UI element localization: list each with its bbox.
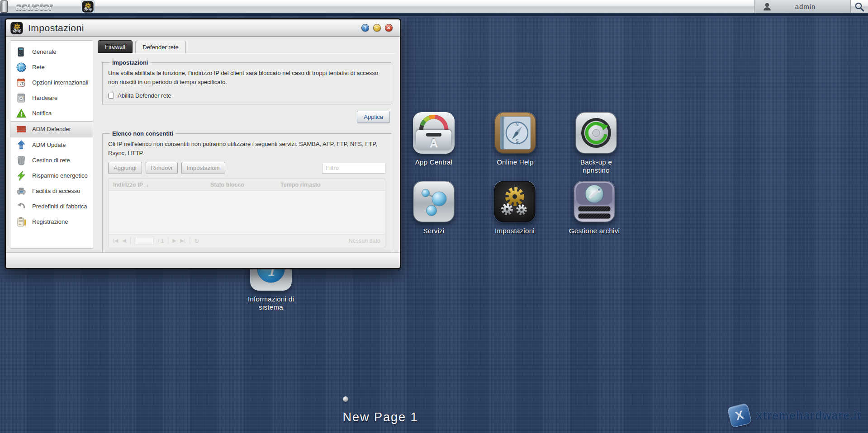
desktop-icon-label: Back-up e ripristino bbox=[571, 158, 621, 174]
add-button[interactable]: Aggiungi bbox=[108, 162, 142, 174]
sidebar-item-hardware[interactable]: Hardware bbox=[10, 90, 93, 106]
tray-slot bbox=[426, 133, 441, 136]
refresh-icon[interactable]: ↻ bbox=[194, 237, 199, 245]
desktop-background: asustor admin bbox=[0, 0, 868, 433]
sidebar-item-generale[interactable]: Generale bbox=[10, 44, 93, 60]
column-indirizzo-ip[interactable]: Indirizzo IP▲ bbox=[109, 182, 206, 188]
remove-button[interactable]: Rimuovi bbox=[146, 162, 178, 174]
filter-input[interactable] bbox=[322, 163, 385, 174]
warning-icon bbox=[16, 108, 27, 119]
sidebar-item-adm-update[interactable]: ADM Update bbox=[10, 137, 93, 153]
window-title: Impostazioni bbox=[28, 23, 84, 33]
app-central-letter: A bbox=[416, 136, 451, 150]
enable-defender-checkbox[interactable] bbox=[108, 93, 114, 99]
user-icon bbox=[762, 2, 772, 12]
list-settings-button[interactable]: Impostazioni bbox=[181, 162, 225, 174]
desktop-icon-gestione-archivi[interactable] bbox=[574, 181, 615, 222]
sidebar-item-facilita-di-accesso[interactable]: Facilità di accesso bbox=[10, 184, 93, 199]
desktop-icon-label: Servizi bbox=[402, 227, 465, 235]
desktop-icon-servizi[interactable] bbox=[413, 181, 455, 222]
desktop-icon-label: Gestione archivi bbox=[563, 227, 626, 235]
sidebar-item-label: Predefiniti di fabbrica bbox=[32, 203, 87, 210]
desktop-icon-label: Informazioni di sistema bbox=[239, 295, 303, 311]
sidebar-item-label: Generale bbox=[32, 48, 56, 56]
firewall-icon bbox=[16, 124, 27, 135]
sidebar-item-adm-defender[interactable]: ADM Defender bbox=[10, 121, 93, 137]
next-page-icon[interactable]: ▶ bbox=[172, 238, 176, 244]
blocklist-toolbar: Aggiungi Rimuovi Impostazioni bbox=[108, 162, 385, 174]
window-controls: ? − ✕ bbox=[361, 24, 393, 32]
undo-arrow-icon bbox=[16, 201, 27, 212]
sidebar-item-label: Opzioni internazionali bbox=[32, 79, 88, 86]
desktop-icon-app-central[interactable]: A bbox=[413, 112, 455, 154]
impostazioni-window: Impostazioni ? − ✕ Genera bbox=[5, 18, 401, 269]
sidebar-item-label: Notifica bbox=[32, 110, 52, 117]
username-label: admin bbox=[772, 3, 839, 10]
top-bar-accent-strip bbox=[0, 14, 868, 16]
taskbar-item-impostazioni[interactable] bbox=[81, 0, 95, 13]
sidebar-item-cestino-di-rete[interactable]: Cestino di rete bbox=[10, 153, 93, 168]
table-body-empty bbox=[109, 191, 385, 234]
table-pagination: |◀ ◀ / 1 ▶ ▶| ↻ Nessun dato bbox=[109, 234, 385, 247]
update-arrow-icon bbox=[16, 140, 27, 151]
sidebar-item-registrazione[interactable]: Registrazione bbox=[10, 214, 93, 230]
enable-defender-row: Abilita Defender rete bbox=[108, 92, 385, 99]
settings-content: Firewall Defender rete Impostazioni Una … bbox=[97, 40, 396, 249]
calendar-clock-icon bbox=[16, 77, 27, 88]
first-page-icon[interactable]: |◀ bbox=[113, 238, 118, 244]
window-titlebar[interactable]: Impostazioni ? − ✕ bbox=[6, 19, 400, 37]
sidebar-item-notifica[interactable]: Notifica bbox=[10, 106, 93, 121]
sidebar-item-label: Cestino di rete bbox=[32, 157, 70, 164]
column-label: Indirizzo IP bbox=[113, 182, 143, 188]
column-tempo-rimasto[interactable]: Tempo rimasto bbox=[276, 182, 385, 188]
desktop-icon-backup-ripristino[interactable] bbox=[575, 112, 617, 154]
tab-firewall[interactable]: Firewall bbox=[98, 40, 133, 53]
desktop-icon-impostazioni[interactable] bbox=[494, 181, 536, 222]
desktop-dot bbox=[343, 396, 348, 402]
desktop-icon-label: App Central bbox=[402, 158, 465, 166]
tab-defender-rete[interactable]: Defender rete bbox=[135, 41, 186, 53]
sidebar-item-label: ADM Update bbox=[32, 141, 66, 149]
last-page-icon[interactable]: ▶| bbox=[180, 238, 185, 244]
search-icon[interactable] bbox=[854, 1, 865, 12]
blocklist-description: Gli IP nell'elenco non consentiti non po… bbox=[108, 140, 385, 157]
clipboard-icon bbox=[16, 216, 27, 227]
server-icon bbox=[16, 47, 27, 57]
lightning-icon bbox=[16, 170, 27, 181]
sidebar-item-label: Facilità di accesso bbox=[32, 188, 80, 195]
sidebar-item-opzioni-internazionali[interactable]: Opzioni internazionali bbox=[10, 75, 93, 90]
help-book-icon: N S bbox=[494, 112, 536, 154]
sidebar-item-label: Risparmio energetico bbox=[32, 172, 88, 179]
backup-restore-icon bbox=[575, 112, 617, 154]
settings-description: Una volta abilitata la funzione, l'indir… bbox=[108, 69, 385, 86]
trash-icon bbox=[16, 155, 27, 166]
watermark-text: xtremehardware.it bbox=[756, 409, 861, 422]
table-header: Indirizzo IP▲ Stato blocco Tempo rimasto bbox=[109, 179, 385, 191]
column-stato-blocco[interactable]: Stato blocco bbox=[206, 182, 276, 188]
sidebar-item-predefiniti-di-fabbrica[interactable]: Predefiniti di fabbrica bbox=[10, 199, 93, 214]
enable-defender-label: Abilita Defender rete bbox=[118, 92, 171, 99]
settings-gears-icon bbox=[494, 181, 536, 222]
apply-button[interactable]: Applica bbox=[357, 111, 390, 123]
user-menu[interactable]: admin bbox=[754, 0, 851, 13]
sidebar-item-rete[interactable]: Rete bbox=[10, 60, 93, 75]
desktop-icon-label: Online Help bbox=[484, 158, 547, 166]
panel-handle[interactable] bbox=[0, 0, 8, 13]
services-nodes-icon bbox=[413, 181, 455, 222]
desktop-icon-online-help[interactable]: N S bbox=[494, 112, 536, 154]
sidebar-item-label: ADM Defender bbox=[32, 126, 71, 133]
easy-access-icon bbox=[16, 186, 27, 197]
help-button[interactable]: ? bbox=[361, 24, 369, 32]
xtremehardware-logo-icon: X bbox=[727, 403, 752, 428]
prev-page-icon[interactable]: ◀ bbox=[122, 238, 126, 244]
watermark: X xtremehardware.it bbox=[729, 405, 861, 426]
close-button[interactable]: ✕ bbox=[385, 24, 393, 32]
minimize-button[interactable]: − bbox=[373, 24, 381, 32]
page-label: New Page 1 bbox=[342, 410, 418, 424]
sidebar-item-label: Registrazione bbox=[32, 218, 68, 226]
gears-icon bbox=[82, 1, 94, 13]
pager-divider bbox=[168, 237, 168, 244]
sidebar-item-risparmio-energetico[interactable]: Risparmio energetico bbox=[10, 168, 93, 184]
page-number-input[interactable] bbox=[135, 237, 154, 245]
top-bar: asustor admin bbox=[0, 0, 868, 13]
